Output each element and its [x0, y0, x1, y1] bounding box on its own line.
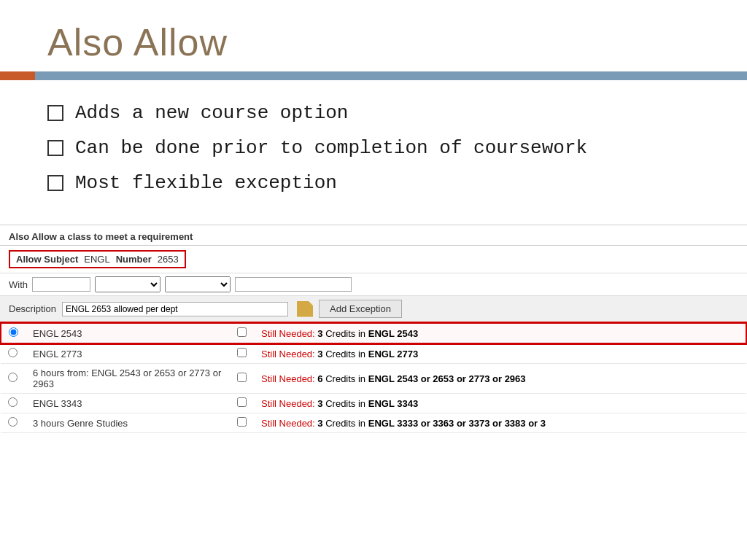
bullet-text-3: Most flexible exception	[75, 172, 337, 194]
checkbox-icon-1	[47, 105, 63, 121]
also-allow-form-panel: Also Allow a class to meet a requirement…	[0, 225, 747, 433]
checkbox-cell[interactable]	[230, 364, 254, 394]
bullets-section: Adds a new course option Can be done pri…	[0, 80, 747, 222]
checkbox-icon-3	[47, 175, 63, 191]
requirement-checkbox[interactable]	[237, 327, 247, 337]
allow-subject-label: Allow Subject	[16, 254, 78, 265]
description-input[interactable]	[62, 302, 288, 316]
description-row: Description Add Exception	[0, 296, 747, 322]
radio-cell[interactable]	[1, 323, 26, 343]
course-cell: ENGL 2543	[26, 323, 230, 343]
requirement-radio[interactable]	[9, 327, 18, 337]
checkbox-icon-2	[47, 140, 63, 156]
form-panel-title: Also Allow a class to meet a requirement	[0, 225, 747, 246]
checkbox-cell[interactable]	[230, 343, 254, 364]
table-row: ENGL 2543 Still Needed: 3 Credits in ENG…	[1, 323, 746, 343]
description-label: Description	[9, 303, 56, 314]
with-input-2[interactable]	[235, 277, 352, 292]
number-value: 2653	[158, 254, 179, 265]
decorative-bar	[0, 71, 747, 80]
allow-subject-row: Allow Subject ENGL Number 2653	[0, 246, 747, 273]
bullet-text-2: Can be done prior to completion of cours…	[75, 137, 587, 159]
radio-cell[interactable]	[1, 364, 26, 394]
radio-cell[interactable]	[1, 394, 26, 413]
table-row: 3 hours Genre Studies Still Needed: 3 Cr…	[1, 413, 746, 433]
bullet-item-1: Adds a new course option	[47, 102, 700, 124]
bullet-text-1: Adds a new course option	[75, 102, 348, 124]
bullet-item-2: Can be done prior to completion of cours…	[47, 137, 700, 159]
allow-subject-value: ENGL	[84, 254, 109, 265]
deco-bar-blue	[35, 71, 747, 80]
radio-cell[interactable]	[1, 413, 26, 433]
table-row: ENGL 3343 Still Needed: 3 Credits in ENG…	[1, 394, 746, 413]
still-needed-cell: Still Needed: 6 Credits in ENGL 2543 or …	[254, 364, 746, 394]
with-input-1[interactable]	[32, 277, 90, 292]
requirement-checkbox[interactable]	[237, 397, 247, 407]
with-select-2[interactable]	[165, 276, 231, 292]
still-needed-cell: Still Needed: 3 Credits in ENGL 2543	[254, 323, 746, 343]
requirement-checkbox[interactable]	[237, 348, 247, 357]
bullet-item-3: Most flexible exception	[47, 172, 700, 194]
requirement-checkbox[interactable]	[237, 417, 247, 427]
checkbox-cell[interactable]	[230, 413, 254, 433]
page-header: Also Allow	[0, 0, 747, 64]
table-row: 6 hours from: ENGL 2543 or 2653 or 2773 …	[1, 364, 746, 394]
with-label: With	[9, 279, 28, 290]
page-title: Also Allow	[47, 20, 700, 64]
deco-bar-orange	[0, 71, 35, 80]
course-cell: ENGL 2773	[26, 343, 230, 364]
document-icon[interactable]	[297, 301, 313, 317]
requirement-radio[interactable]	[8, 373, 18, 382]
with-select-1[interactable]	[95, 276, 160, 292]
add-exception-button[interactable]: Add Exception	[319, 300, 402, 318]
still-needed-cell: Still Needed: 3 Credits in ENGL 2773	[254, 343, 746, 364]
course-cell: 6 hours from: ENGL 2543 or 2653 or 2773 …	[26, 364, 230, 394]
still-needed-cell: Still Needed: 3 Credits in ENGL 3333 or …	[254, 413, 746, 433]
allow-subject-box: Allow Subject ENGL Number 2653	[9, 250, 186, 268]
still-needed-cell: Still Needed: 3 Credits in ENGL 3343	[254, 394, 746, 413]
requirement-checkbox[interactable]	[237, 373, 247, 382]
number-label: Number	[116, 254, 152, 265]
table-row: ENGL 2773 Still Needed: 3 Credits in ENG…	[1, 343, 746, 364]
requirement-radio[interactable]	[8, 397, 18, 407]
checkbox-cell[interactable]	[230, 323, 254, 343]
radio-cell[interactable]	[1, 343, 26, 364]
course-cell: ENGL 3343	[26, 394, 230, 413]
checkbox-cell[interactable]	[230, 394, 254, 413]
with-row: With	[0, 273, 747, 296]
course-cell: 3 hours Genre Studies	[26, 413, 230, 433]
requirement-radio[interactable]	[8, 348, 18, 357]
requirement-radio[interactable]	[8, 417, 18, 427]
requirements-table: ENGL 2543 Still Needed: 3 Credits in ENG…	[0, 322, 747, 433]
